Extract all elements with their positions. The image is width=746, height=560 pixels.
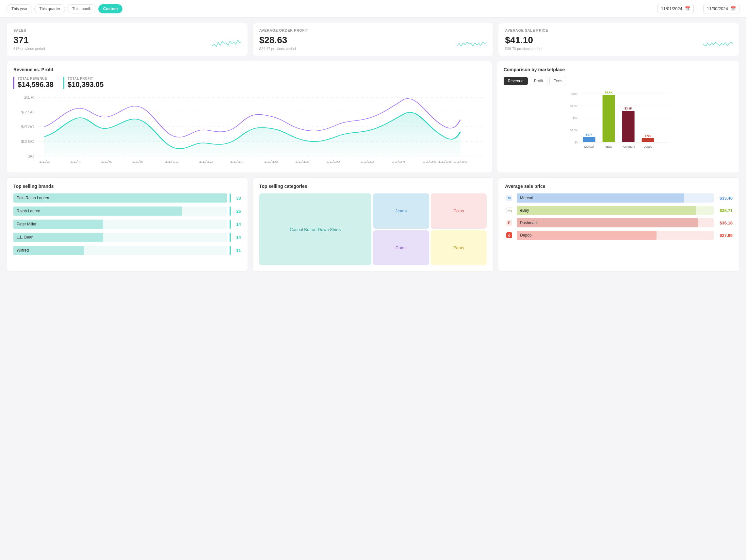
brand-item: Polo Ralph Lauren 33 — [13, 193, 241, 202]
mp-logo: M — [505, 194, 513, 202]
charts-row: Revenue vs. Profit TOTAL REVENUE $14,596… — [6, 61, 740, 173]
svg-text:Depop: Depop — [643, 145, 652, 148]
brand-count: 14 — [233, 222, 241, 227]
svg-text:$1K: $1K — [24, 96, 35, 99]
date-to-input[interactable]: 11/30/2024 📅 — [703, 4, 740, 13]
calendar-icon-end[interactable]: 📅 — [730, 6, 736, 11]
marketplace-title: Comparison by marketplace — [504, 67, 733, 72]
brand-bar: Polo Ralph Lauren — [13, 193, 227, 202]
date-from-input[interactable]: 11/01/2024 📅 — [658, 4, 694, 13]
top-brands-title: Top selling brands — [13, 184, 241, 189]
filter-this-quarter[interactable]: This quarter — [34, 4, 65, 13]
marketplace-card: Comparison by marketplace Revenue Profit… — [497, 61, 740, 173]
svg-text:11/18: 11/18 — [295, 160, 309, 163]
avg-price-item: P Poshmark $36.18 — [505, 218, 733, 227]
svg-text:$500: $500 — [21, 125, 34, 129]
svg-text:11/8: 11/8 — [132, 160, 143, 163]
calendar-icon[interactable]: 📅 — [685, 6, 690, 11]
mp-name: eBay — [520, 208, 529, 213]
svg-text:11/6: 11/6 — [101, 160, 112, 163]
svg-text:$0: $0 — [27, 155, 34, 158]
svg-text:eBay: eBay — [605, 145, 612, 148]
revenue-chart-title: Revenue vs. Profit — [13, 67, 485, 72]
mp-tab-fees[interactable]: Fees — [549, 77, 567, 85]
mp-name: Mercari — [520, 196, 533, 200]
svg-text:y: y — [511, 210, 512, 212]
svg-text:$750: $750 — [21, 110, 34, 114]
brand-item: L.L. Bean 14 — [13, 233, 241, 242]
svg-text:$3.1K: $3.1K — [624, 107, 632, 110]
category-pants-label: Pants — [453, 245, 464, 250]
avg-price-item: eBay eBay $35.71 — [505, 206, 733, 215]
mp-tab-profit[interactable]: Profit — [530, 77, 547, 85]
svg-text:11/24: 11/24 — [391, 160, 405, 163]
svg-rect-41 — [622, 111, 634, 142]
mp-price-bar-bg: Depop — [517, 231, 714, 240]
date-range: 11/01/2024 📅 — 11/30/2024 📅 — [658, 4, 740, 13]
category-coats: Coats — [373, 230, 429, 265]
brand-bar: Wilfred — [13, 246, 227, 255]
svg-text:11/28: 11/28 — [438, 160, 452, 163]
svg-text:11/12: 11/12 — [199, 160, 213, 163]
mp-price-bar-bg: Mercari — [517, 193, 714, 202]
marketplace-bar-chart: $10K $7.5K $5K $2.5K $0 $974 Mercari $9.… — [504, 90, 733, 166]
avg-profit-card: AVERAGE ORDER PROFIT $28.63 $24.47 previ… — [253, 23, 494, 56]
svg-rect-35 — [583, 137, 595, 142]
main-content: SALES 371 313 previous period AVERAGE OR… — [0, 18, 746, 277]
top-categories-title: Top selling categories — [259, 184, 487, 189]
category-jeans-label: Jeans — [395, 208, 407, 213]
mp-price-value: $33.40 — [717, 196, 733, 201]
sales-sparkline — [212, 36, 241, 49]
mp-price-bar-fill — [517, 206, 696, 215]
filter-custom[interactable]: Custom — [98, 4, 123, 13]
brand-tick — [230, 233, 231, 242]
mp-name: Poshmark — [520, 221, 538, 225]
brand-bar: Ralph Lauren — [13, 206, 227, 216]
category-row2: Coats Pants — [373, 230, 487, 265]
top-brands-card: Top selling brands Polo Ralph Lauren 33 … — [6, 177, 248, 272]
brand-name: Wilfred — [17, 248, 29, 253]
brand-count: 14 — [233, 235, 241, 240]
sales-label: SALES — [13, 28, 241, 32]
svg-text:11/10: 11/10 — [165, 160, 179, 163]
mp-tab-revenue[interactable]: Revenue — [504, 77, 528, 85]
svg-text:11/22: 11/22 — [360, 160, 374, 163]
brand-tick — [230, 193, 231, 202]
svg-text:$974: $974 — [585, 133, 592, 136]
summary-cards: SALES 371 313 previous period AVERAGE OR… — [6, 23, 740, 56]
treemap: Casual Button-Down Shirts Jeans Polos Co… — [259, 193, 487, 265]
brand-count: 11 — [233, 248, 241, 253]
svg-text:P: P — [508, 221, 511, 225]
avg-price-item: M Mercari $33.40 — [505, 193, 733, 202]
mp-price-value: $27.99 — [717, 233, 733, 238]
filter-this-year[interactable]: This year — [6, 4, 32, 13]
mp-logo: d — [505, 231, 513, 240]
svg-text:11/30: 11/30 — [453, 160, 467, 163]
category-jeans: Jeans — [373, 193, 429, 229]
mp-price-value: $36.18 — [717, 221, 733, 225]
brand-count: 33 — [233, 196, 241, 201]
brand-tick — [230, 246, 231, 255]
avg-price-card: AVERAGE SALE PRICE $41.10 $39.70 previou… — [498, 23, 740, 56]
svg-text:$5K: $5K — [572, 117, 577, 120]
sales-card: SALES 371 313 previous period — [6, 23, 248, 56]
date-from-value: 11/01/2024 — [661, 6, 682, 11]
total-profit-label: TOTAL PROFIT — [67, 77, 104, 80]
svg-text:M: M — [508, 196, 511, 200]
date-to-value: 11/30/2024 — [707, 6, 728, 11]
category-coats-label: Coats — [396, 245, 407, 250]
mp-logo: P — [505, 219, 513, 227]
mp-price-value: $35.71 — [717, 208, 733, 213]
svg-text:$2.5K: $2.5K — [570, 129, 578, 132]
svg-text:11/26: 11/26 — [422, 160, 436, 163]
total-profit-block: TOTAL PROFIT $10,393.05 — [63, 77, 104, 89]
brand-count: 26 — [233, 209, 241, 214]
filter-this-month[interactable]: This month — [67, 4, 96, 13]
avg-price-label: AVERAGE SALE PRICE — [505, 28, 733, 32]
sales-value: 371 — [13, 35, 45, 46]
brand-item: Ralph Lauren 26 — [13, 206, 241, 216]
category-polos: Polos — [431, 193, 487, 229]
sales-prev: 313 previous period — [13, 47, 45, 51]
svg-text:11/4: 11/4 — [70, 160, 81, 163]
brand-name: Ralph Lauren — [17, 209, 40, 213]
